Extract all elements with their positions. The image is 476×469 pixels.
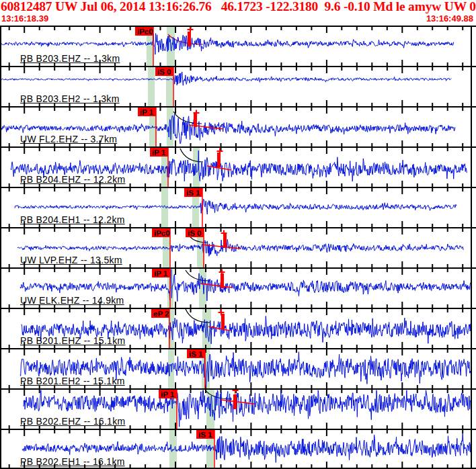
panel-border <box>471 308 472 348</box>
channel-label: PB B202.EHZ -- 16.1km <box>20 416 125 427</box>
panel-border <box>0 187 1 227</box>
panel-border <box>0 267 476 269</box>
coda-duration-bar[interactable] <box>233 394 237 409</box>
trace-panel: iP 1UW FL2.EHZ -- 3.7km <box>0 106 476 146</box>
pick-flag-label[interactable]: iS 1 <box>189 350 203 358</box>
pick-flag-label[interactable]: iS 1 <box>198 431 212 439</box>
phase-window <box>167 108 173 146</box>
panel-border <box>0 146 1 187</box>
channel-label: UW ELK.EHZ -- 14.9km <box>20 295 124 306</box>
phase-window <box>161 188 168 227</box>
panel-border <box>471 146 472 187</box>
panel-border <box>471 187 472 227</box>
panel-border <box>0 227 476 228</box>
panel-border <box>0 66 476 67</box>
panel-border <box>0 348 476 349</box>
pick-flag-label[interactable]: iP 1 <box>154 269 168 278</box>
channel-label: PB B204.EH1 -- 12.2km <box>20 214 125 225</box>
pick-flag-label[interactable]: eP 2 <box>153 310 169 318</box>
pick-flag-label[interactable]: iPc0 <box>137 28 153 36</box>
phase-window <box>199 269 206 308</box>
pick-flag-label[interactable]: iS 0 <box>188 229 201 237</box>
panel-border <box>0 267 1 308</box>
trace-waveform[interactable] <box>0 72 451 85</box>
event-summary: 60812487 UW Jul 06, 2014 13:16:26.76 46.… <box>1 0 476 14</box>
trace-panel: iS 1PB B204.EH1 -- 12.2km <box>0 187 476 227</box>
trace-waveform[interactable] <box>17 239 464 256</box>
panel-border <box>0 106 476 108</box>
panel-border <box>0 388 476 390</box>
coda-duration-bar[interactable] <box>221 314 225 329</box>
window-start-time: 13:16:18.39 <box>1 13 48 24</box>
trace-waveform[interactable] <box>15 199 457 214</box>
coda-duration-bar[interactable] <box>188 32 191 46</box>
coda-duration-bar[interactable] <box>221 273 224 288</box>
seismic-waveform-viewer: 60812487 UW Jul 06, 2014 13:16:26.76 46.… <box>0 0 476 469</box>
pick-flag-label[interactable]: iP 1 <box>140 108 154 116</box>
channel-label: PB B202.EH1 -- 16.1km <box>20 456 125 467</box>
channel-label: PB B201.EHZ -- 15.1km <box>20 335 125 346</box>
channel-label: PB B201.EH2 -- 15.1km <box>20 376 125 386</box>
panel-border <box>0 429 1 469</box>
panel-border <box>0 227 1 267</box>
panel-border <box>471 348 472 388</box>
pick-flag-label[interactable]: iP 1 <box>161 390 175 398</box>
panel-border <box>471 388 472 429</box>
trace-panel: iPc0PB B203.EHZ -- 1.3km <box>0 26 476 66</box>
channel-label: PB B203.EHZ -- 1.3km <box>20 53 120 64</box>
panel-border <box>0 308 1 348</box>
panel-border <box>0 348 1 388</box>
panel-border <box>0 26 1 66</box>
panel-border <box>471 106 472 146</box>
panel-border <box>471 227 472 267</box>
trace-waveform[interactable] <box>1 34 454 54</box>
pick-flag-label[interactable]: iS 0 <box>157 68 171 76</box>
trace-panel: iS 1PB B202.EH1 -- 16.1km <box>0 429 476 469</box>
coda-plus-marker[interactable] <box>219 269 225 275</box>
panel-border <box>0 429 476 430</box>
panel-border <box>0 66 1 106</box>
channel-label: PB B203.EH2 -- 1.3km <box>20 93 120 104</box>
trace-panel: iP 1PB B202.EHZ -- 16.1km <box>0 388 476 429</box>
pick-flag-label[interactable]: iPc0 <box>154 229 170 237</box>
panel-border <box>0 106 1 146</box>
channel-label: UW LVP.EHZ -- 13.5km <box>20 255 122 265</box>
panel-border <box>0 308 476 309</box>
coda-duration-bar[interactable] <box>217 153 221 167</box>
panel-border <box>471 66 472 106</box>
panel-border <box>471 429 472 469</box>
pick-flag-label[interactable]: iP 1 <box>152 148 166 157</box>
phase-window <box>148 67 155 106</box>
channel-label: PB B204.EHZ -- 12.2km <box>20 174 125 185</box>
trace-panel: iP 1UW ELK.EHZ -- 14.9km <box>0 267 476 308</box>
panel-border <box>471 26 472 66</box>
window-end-time: 13:16:49.88 <box>426 13 473 24</box>
channel-label: UW FL2.EHZ -- 3.7km <box>20 134 117 144</box>
panel-border <box>471 267 472 308</box>
panel-border <box>0 388 1 429</box>
panel-border <box>0 187 476 188</box>
panel-border <box>0 146 476 148</box>
trace-panel: iS 1PB B201.EH2 -- 15.1km <box>0 348 476 388</box>
panel-border <box>0 26 476 27</box>
trace-panel: iPc0iS 0UW LVP.EHZ -- 13.5km <box>0 227 476 267</box>
pick-flag-label[interactable]: iS 1 <box>186 189 200 197</box>
trace-panel: iS 0PB B203.EH2 -- 1.3km <box>0 66 476 106</box>
trace-panel: eP 2PB B201.EHZ -- 15.1km <box>0 308 476 348</box>
trace-panel: iP 1PB B204.EHZ -- 12.2km <box>0 146 476 187</box>
